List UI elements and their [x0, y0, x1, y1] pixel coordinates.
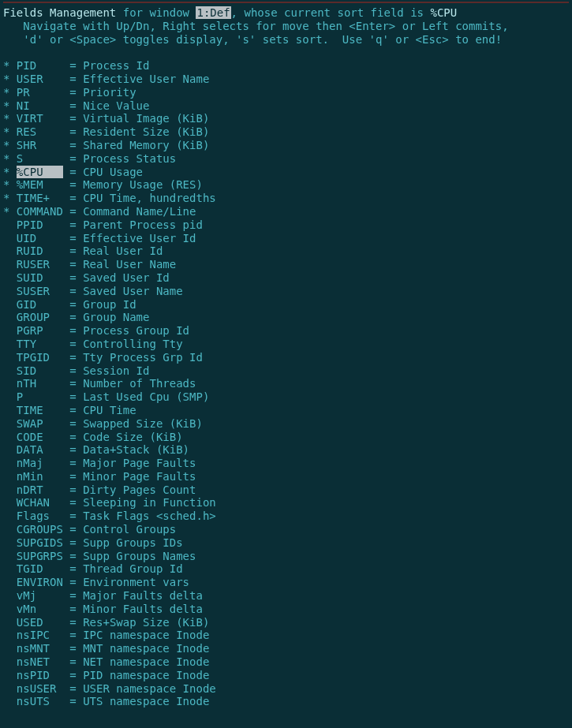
field-description: Number of Threads — [83, 377, 196, 390]
field-row[interactable]: PGRP = Process Group Id — [3, 324, 569, 338]
field-name: CGROUPS — [17, 523, 63, 536]
field-marker: * — [3, 73, 9, 86]
field-row[interactable]: PPID = Parent Process pid — [3, 218, 569, 232]
field-description: Sleeping in Function — [83, 496, 216, 509]
field-row[interactable]: TPGID = Tty Process Grp Id — [3, 351, 569, 364]
field-row[interactable]: * %MEM = Memory Usage (RES) — [3, 178, 569, 192]
field-row[interactable]: SWAP = Swapped Size (KiB) — [3, 417, 569, 431]
field-row[interactable]: nsUSER = USER namespace Inode — [3, 682, 569, 696]
field-description: Process Id — [83, 59, 149, 72]
field-description: Memory Usage (RES) — [83, 178, 203, 191]
field-row[interactable]: RUSER = Real User Name — [3, 258, 569, 271]
field-name: DATA — [17, 443, 63, 456]
field-name: nsMNT — [17, 642, 63, 655]
field-row[interactable]: nTH = Number of Threads — [3, 377, 569, 390]
field-row[interactable]: DATA = Data+Stack (KiB) — [3, 443, 569, 457]
field-row[interactable]: nsNET = NET namespace Inode — [3, 655, 569, 669]
field-row[interactable]: TGID = Thread Group Id — [3, 562, 569, 576]
field-marker: * — [3, 59, 9, 73]
field-row[interactable]: nsMNT = MNT namespace Inode — [3, 642, 569, 655]
fields-list[interactable]: * PID = Process Id* USER = Effective Use… — [3, 59, 569, 708]
field-marker — [3, 589, 9, 603]
field-description: Last Used Cpu (SMP) — [83, 390, 209, 403]
field-marker: * — [3, 192, 9, 205]
field-name: SUPGRPS — [17, 550, 63, 562]
field-description: Real User Id — [83, 245, 163, 257]
field-row[interactable]: Flags = Task Flags <sched.h> — [3, 510, 569, 523]
field-row[interactable]: * PR = Priority — [3, 86, 569, 99]
field-row[interactable]: SUID = Saved User Id — [3, 271, 569, 285]
field-row[interactable]: GROUP = Group Name — [3, 311, 569, 324]
field-marker — [3, 483, 9, 497]
field-name: CODE — [17, 431, 63, 443]
field-row[interactable]: GID = Group Id — [3, 298, 569, 312]
field-name: COMMAND — [17, 205, 63, 218]
field-row[interactable]: SID = Session Id — [3, 364, 569, 378]
field-row[interactable]: CGROUPS = Control Groups — [3, 523, 569, 536]
header-line-1: Fields Management for window 1:Def, whos… — [3, 6, 569, 20]
field-description: Controlling Tty — [83, 338, 182, 350]
field-row[interactable]: TIME = CPU Time — [3, 404, 569, 417]
field-name: nsIPC — [17, 629, 63, 641]
field-row[interactable]: * COMMAND = Command Name/Line — [3, 205, 569, 218]
field-name: SUSER — [17, 285, 63, 297]
field-description: Parent Process pid — [83, 218, 203, 231]
field-marker — [3, 218, 9, 232]
field-row[interactable]: SUPGRPS = Supp Groups Names — [3, 550, 569, 563]
field-row[interactable]: CODE = Code Size (KiB) — [3, 431, 569, 444]
field-row[interactable]: * NI = Nice Value — [3, 99, 569, 113]
field-description: Tty Process Grp Id — [83, 351, 203, 364]
field-row[interactable]: USED = Res+Swap Size (KiB) — [3, 616, 569, 629]
field-name: nsPID — [17, 669, 63, 681]
field-row[interactable]: * VIRT = Virtual Image (KiB) — [3, 112, 569, 125]
field-description: Nice Value — [83, 99, 149, 112]
field-row[interactable]: nsIPC = IPC namespace Inode — [3, 629, 569, 642]
field-marker — [3, 431, 9, 444]
field-row[interactable]: * S = Process Status — [3, 152, 569, 166]
field-row[interactable]: * TIME+ = CPU Time, hundredths — [3, 192, 569, 205]
field-row[interactable]: ENVIRON = Environment vars — [3, 576, 569, 589]
field-row[interactable]: nMin = Minor Page Faults — [3, 470, 569, 483]
field-row[interactable]: nsUTS = UTS namespace Inode — [3, 695, 569, 708]
field-row[interactable]: SUSER = Saved User Name — [3, 285, 569, 298]
field-description: Control Groups — [83, 523, 176, 536]
field-name: SUID — [17, 271, 63, 284]
field-description: Saved User Name — [83, 285, 182, 297]
field-row[interactable]: nMaj = Major Page Faults — [3, 457, 569, 470]
window-titlebar — [3, 2, 569, 3]
field-row[interactable]: UID = Effective User Id — [3, 232, 569, 245]
field-row[interactable]: vMj = Major Faults delta — [3, 589, 569, 603]
field-marker: * — [3, 178, 9, 192]
field-row[interactable]: * %CPU = CPU Usage — [3, 166, 569, 179]
field-row[interactable]: * USER = Effective User Name — [3, 73, 569, 86]
field-description: Real User Name — [83, 258, 176, 271]
field-row[interactable]: TTY = Controlling Tty — [3, 338, 569, 351]
field-description: Supp Groups IDs — [83, 536, 182, 549]
field-marker — [3, 285, 9, 298]
field-marker — [3, 364, 9, 378]
field-name: TIME — [17, 404, 63, 416]
field-description: Session Id — [83, 364, 149, 377]
field-marker — [3, 311, 9, 324]
field-row[interactable]: * RES = Resident Size (KiB) — [3, 125, 569, 139]
field-row[interactable]: * SHR = Shared Memory (KiB) — [3, 139, 569, 152]
field-marker: * — [3, 112, 9, 125]
field-marker — [3, 629, 9, 642]
field-marker — [3, 682, 9, 696]
field-row[interactable]: * PID = Process Id — [3, 59, 569, 73]
field-description: Supp Groups Names — [83, 550, 196, 562]
field-row[interactable]: P = Last Used Cpu (SMP) — [3, 390, 569, 404]
field-description: Group Name — [83, 311, 149, 323]
field-marker — [3, 245, 9, 258]
field-row[interactable]: RUID = Real User Id — [3, 245, 569, 258]
field-name: PPID — [17, 218, 63, 231]
field-row[interactable]: vMn = Minor Faults delta — [3, 603, 569, 616]
field-name: PGRP — [17, 324, 63, 337]
field-name: nsNET — [17, 655, 63, 668]
field-marker — [3, 417, 9, 431]
field-row[interactable]: nsPID = PID namespace Inode — [3, 669, 569, 682]
field-row[interactable]: nDRT = Dirty Pages Count — [3, 483, 569, 497]
field-row[interactable]: WCHAN = Sleeping in Function — [3, 496, 569, 510]
field-row[interactable]: SUPGIDS = Supp Groups IDs — [3, 536, 569, 550]
field-name: SID — [17, 364, 63, 377]
